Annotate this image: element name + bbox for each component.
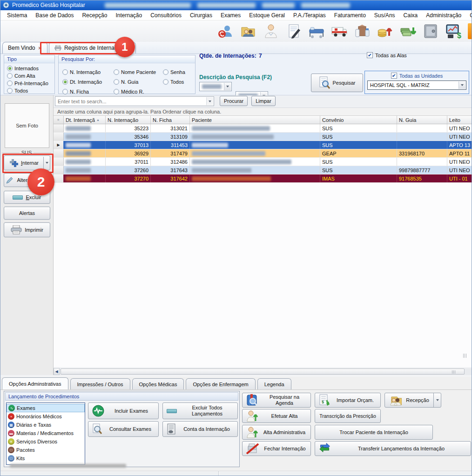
column-header-n-guia[interactable]: N. Guia xyxy=(397,116,447,124)
bottom-tab[interactable]: Opções Adminstrativas xyxy=(2,377,68,389)
procedure-list-item[interactable]: ✳ Serviços Diversos xyxy=(7,437,85,446)
safe-icon[interactable] xyxy=(422,23,439,40)
menu-item[interactable]: Base de Dados xyxy=(31,11,78,20)
menu-item[interactable]: Sus/Ans xyxy=(370,11,399,20)
chevron-down-icon[interactable] xyxy=(206,97,213,105)
radio-pesquisar-option[interactable]: Senha xyxy=(163,67,193,77)
table-row[interactable]: 37013 311453 SUS APTO 13 xyxy=(54,141,472,149)
incluir-exames-button[interactable]: Incluir Exames xyxy=(88,402,159,419)
chevron-down-icon[interactable] xyxy=(224,83,231,90)
menu-item[interactable]: Estoque Geral xyxy=(245,11,289,20)
bottom-tab[interactable]: Impressões / Outros xyxy=(70,378,130,389)
efetuar-alta-button[interactable]: Efetuar Alta xyxy=(242,409,311,423)
chevron-down-icon[interactable] xyxy=(459,81,465,89)
pesquisar-button[interactable]: Pesquisar xyxy=(311,74,363,92)
unidade-combo[interactable]: HOSPITAL SQL - MATRIZ xyxy=(367,80,466,90)
hospital-bed-icon[interactable] xyxy=(308,23,325,40)
menu-item[interactable]: P.A./Terapias xyxy=(289,11,330,20)
table-row[interactable]: 36929 317479 GEAP 331968170 APTO 11 xyxy=(54,149,472,158)
procedure-list-item[interactable]: + Honorários Médicos xyxy=(7,412,85,421)
radio-pesquisar-option[interactable]: N. Ficha xyxy=(62,87,112,96)
row-selector[interactable] xyxy=(54,174,64,182)
excluir-todos-lancamentos-button[interactable]: Excluir Todos Lançamentos xyxy=(162,402,238,419)
menu-item[interactable]: Custo xyxy=(465,11,472,20)
radio-tipo-option[interactable]: Todos xyxy=(7,88,52,94)
pharmacy-supplies-icon[interactable] xyxy=(354,23,371,40)
transferir-lancamentos-button[interactable]: Transferir Lançamentos da Internação xyxy=(315,441,471,456)
expense-down-icon[interactable] xyxy=(399,23,416,40)
todas-as-unidades-checkbox[interactable]: ✔ Todas as Unidades xyxy=(365,73,469,79)
menu-item[interactable]: Faturamento xyxy=(330,11,370,20)
menu-item[interactable]: Exames xyxy=(216,11,245,20)
row-selector[interactable] xyxy=(54,141,64,149)
scrollbar-thumb[interactable] xyxy=(61,369,465,375)
bottom-tab[interactable]: Opções de Enfermagem xyxy=(186,378,255,389)
radio-pesquisar-option[interactable]: N. Guia xyxy=(114,77,161,87)
conta-internacao-button[interactable]: Conta da Internação xyxy=(162,421,238,437)
row-selector[interactable] xyxy=(54,158,64,166)
pesquisar-agenda-button[interactable]: Pesquisar na Agenda xyxy=(242,393,311,408)
alta-administrativa-button[interactable]: Alta Administrativa xyxy=(242,425,311,440)
row-selector[interactable] xyxy=(54,166,64,174)
doctor-icon[interactable] xyxy=(263,23,279,40)
table-row[interactable]: 37270 317642 IMAS 91768535 UTI - 01 xyxy=(54,174,472,183)
revenue-up-icon[interactable] xyxy=(377,23,393,40)
todas-as-alas-checkbox[interactable]: ✔ Todas as Alas xyxy=(367,52,407,58)
menu-item[interactable]: Sistema xyxy=(3,11,31,20)
radio-pesquisar-option[interactable]: Nome Paciente xyxy=(114,67,161,77)
finance-chart-icon[interactable]: $ xyxy=(445,23,462,40)
procedure-list-item[interactable]: □ Kits xyxy=(7,454,85,463)
radio-pesquisar-option[interactable]: Todos xyxy=(163,77,193,87)
row-selector[interactable] xyxy=(54,133,64,141)
transcricao-prescricao-button[interactable]: Transcrição da Prescrição xyxy=(315,409,381,423)
column-header-selector[interactable]: ✳ xyxy=(54,116,64,124)
column-header-paciente[interactable]: Paciente xyxy=(190,116,320,124)
trocar-paciente-button[interactable]: Trocar Paciente da Internação xyxy=(315,425,433,440)
row-selector[interactable] xyxy=(54,124,64,132)
ambulance-icon[interactable] xyxy=(331,23,348,40)
radio-tipo-option[interactable]: Internados xyxy=(7,66,52,71)
sync-users-icon[interactable] xyxy=(217,23,234,40)
procedure-list-item[interactable]: ▬ Materias / Medicamentos xyxy=(7,429,85,437)
search-input[interactable] xyxy=(55,97,214,106)
consultar-exames-button[interactable]: Consultar Exames xyxy=(88,421,159,437)
clipped-orange-icon[interactable] xyxy=(468,23,472,39)
procedure-list-item[interactable]: ∿ Exames xyxy=(7,404,85,412)
grid-resize-grip[interactable] xyxy=(463,354,467,358)
table-row[interactable]: 37260 317643 SUS 99879887777 UTI NEO xyxy=(54,166,472,174)
menu-item[interactable]: Internação xyxy=(111,11,146,20)
radio-pesquisar-option[interactable]: N. Internação xyxy=(62,67,112,77)
menu-item[interactable]: Recepção xyxy=(78,11,111,20)
radio-pesquisar-option[interactable]: Dt. Internação xyxy=(62,77,112,87)
column-header-leito[interactable]: Leito xyxy=(447,116,472,124)
menu-item[interactable]: Cirurgias xyxy=(186,11,216,20)
menu-item[interactable]: Caixa xyxy=(399,11,422,20)
grid-search-combo[interactable] xyxy=(55,96,214,106)
recepcao-dropdown[interactable] xyxy=(433,393,441,407)
menu-item[interactable]: Administração xyxy=(422,11,465,20)
imprimir-button[interactable]: Imprimir xyxy=(4,222,50,237)
bottom-tab[interactable]: Legenda xyxy=(257,378,291,389)
bottom-tab[interactable]: Opções Médicas xyxy=(132,378,184,389)
table-row[interactable]: 35223 313021 SUS UTI NEO xyxy=(54,124,472,133)
radio-tipo-option[interactable]: Pré-Internação xyxy=(7,80,52,86)
importar-orcamento-button[interactable]: $ Importar Orçam. xyxy=(315,393,381,408)
recepcao-button[interactable]: Recepção xyxy=(384,393,441,408)
procedure-list-item[interactable]: ▦ Diárias e Taxas xyxy=(7,421,85,429)
radio-tipo-option[interactable]: Com Alta xyxy=(7,73,52,79)
table-row[interactable]: 37011 312486 SUS UTI NEO xyxy=(54,158,472,166)
column-header-convenio[interactable]: Convênio xyxy=(320,116,397,124)
scroll-left-icon[interactable]: ◀ xyxy=(54,368,60,375)
medical-record-icon[interactable] xyxy=(285,23,302,40)
limpar-button[interactable]: Limpar xyxy=(251,96,276,106)
data-inicial-combo[interactable] xyxy=(199,82,232,91)
table-row[interactable]: 35346 313109 SUS UTI NEO xyxy=(54,133,472,141)
fechar-internacao-button[interactable]: Fechar Internação xyxy=(242,441,311,456)
procedure-list-item[interactable]: □ Pacotes xyxy=(7,446,85,454)
column-header-n-internacao[interactable]: N. Internação xyxy=(106,116,151,124)
procurar-button[interactable]: Procurar xyxy=(220,96,248,106)
radio-pesquisar-option[interactable]: Médico R. xyxy=(114,87,161,96)
group-by-bar[interactable]: Arraste uma coluna aqui para agrupa-la. … xyxy=(54,108,472,116)
column-header-dt-internacao[interactable]: Dt. Internaçã▲ xyxy=(64,116,106,124)
column-header-n-ficha[interactable]: N. Ficha xyxy=(151,116,190,124)
